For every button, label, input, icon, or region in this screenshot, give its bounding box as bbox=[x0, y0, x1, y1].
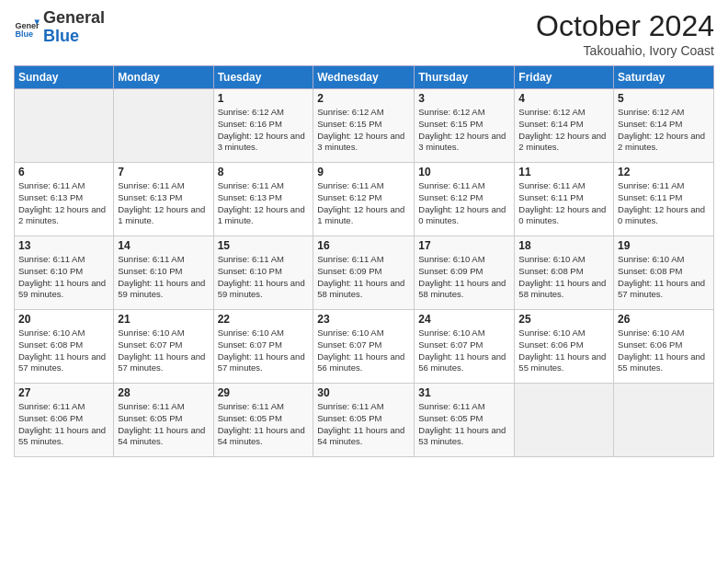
day-info: Sunrise: 6:11 AM Sunset: 6:05 PM Dayligh… bbox=[418, 401, 510, 448]
table-row: 11Sunrise: 6:11 AM Sunset: 6:11 PM Dayli… bbox=[515, 163, 614, 236]
table-row: 6Sunrise: 6:11 AM Sunset: 6:13 PM Daylig… bbox=[15, 163, 114, 236]
day-info: Sunrise: 6:10 AM Sunset: 6:08 PM Dayligh… bbox=[618, 254, 710, 301]
table-row: 28Sunrise: 6:11 AM Sunset: 6:05 PM Dayli… bbox=[114, 384, 213, 457]
day-info: Sunrise: 6:11 AM Sunset: 6:10 PM Dayligh… bbox=[118, 254, 209, 301]
logo-general: General bbox=[43, 8, 105, 27]
day-info: Sunrise: 6:11 AM Sunset: 6:05 PM Dayligh… bbox=[317, 401, 410, 448]
day-info: Sunrise: 6:11 AM Sunset: 6:05 PM Dayligh… bbox=[118, 401, 209, 448]
table-row: 27Sunrise: 6:11 AM Sunset: 6:06 PM Dayli… bbox=[15, 384, 114, 457]
day-number: 7 bbox=[118, 166, 209, 178]
table-row: 25Sunrise: 6:10 AM Sunset: 6:06 PM Dayli… bbox=[515, 310, 614, 384]
col-thursday: Thursday bbox=[415, 66, 515, 89]
table-row: 14Sunrise: 6:11 AM Sunset: 6:10 PM Dayli… bbox=[114, 236, 213, 310]
logo-icon: General Blue bbox=[14, 15, 40, 40]
day-number: 1 bbox=[218, 92, 310, 105]
day-number: 21 bbox=[118, 313, 209, 326]
day-number: 2 bbox=[317, 92, 410, 105]
day-info: Sunrise: 6:11 AM Sunset: 6:10 PM Dayligh… bbox=[218, 254, 310, 301]
col-friday: Friday bbox=[515, 66, 614, 89]
table-row: 29Sunrise: 6:11 AM Sunset: 6:05 PM Dayli… bbox=[213, 384, 313, 457]
svg-text:Blue: Blue bbox=[15, 29, 33, 39]
calendar-header-row: Sunday Monday Tuesday Wednesday Thursday… bbox=[15, 66, 714, 89]
day-number: 8 bbox=[218, 166, 310, 178]
day-info: Sunrise: 6:11 AM Sunset: 6:06 PM Dayligh… bbox=[18, 401, 109, 448]
day-info: Sunrise: 6:11 AM Sunset: 6:13 PM Dayligh… bbox=[218, 180, 310, 227]
day-info: Sunrise: 6:12 AM Sunset: 6:14 PM Dayligh… bbox=[618, 107, 710, 154]
table-row: 21Sunrise: 6:10 AM Sunset: 6:07 PM Dayli… bbox=[114, 310, 213, 384]
day-number: 10 bbox=[418, 166, 510, 178]
day-number: 23 bbox=[317, 313, 410, 326]
table-row: 31Sunrise: 6:11 AM Sunset: 6:05 PM Dayli… bbox=[415, 384, 515, 457]
day-info: Sunrise: 6:11 AM Sunset: 6:12 PM Dayligh… bbox=[418, 180, 510, 227]
table-row: 2Sunrise: 6:12 AM Sunset: 6:15 PM Daylig… bbox=[313, 89, 415, 163]
day-info: Sunrise: 6:10 AM Sunset: 6:06 PM Dayligh… bbox=[618, 327, 710, 374]
table-row: 17Sunrise: 6:10 AM Sunset: 6:09 PM Dayli… bbox=[415, 236, 515, 310]
table-row bbox=[515, 384, 614, 457]
logo-blue: Blue bbox=[43, 27, 79, 45]
day-number: 13 bbox=[18, 239, 109, 252]
page-header: General Blue General Blue October 2024 T… bbox=[14, 9, 714, 58]
logo-text: General Blue bbox=[43, 9, 105, 46]
day-number: 26 bbox=[618, 313, 710, 326]
table-row: 5Sunrise: 6:12 AM Sunset: 6:14 PM Daylig… bbox=[614, 89, 714, 163]
col-saturday: Saturday bbox=[614, 66, 714, 89]
day-number: 20 bbox=[18, 313, 109, 326]
day-info: Sunrise: 6:11 AM Sunset: 6:09 PM Dayligh… bbox=[317, 254, 410, 301]
day-number: 19 bbox=[618, 239, 710, 252]
day-info: Sunrise: 6:10 AM Sunset: 6:09 PM Dayligh… bbox=[418, 254, 510, 301]
table-row: 7Sunrise: 6:11 AM Sunset: 6:13 PM Daylig… bbox=[114, 163, 213, 236]
calendar-week-row: 20Sunrise: 6:10 AM Sunset: 6:08 PM Dayli… bbox=[15, 310, 714, 384]
col-sunday: Sunday bbox=[15, 66, 114, 89]
table-row: 18Sunrise: 6:10 AM Sunset: 6:08 PM Dayli… bbox=[515, 236, 614, 310]
day-number: 12 bbox=[618, 166, 710, 178]
table-row: 9Sunrise: 6:11 AM Sunset: 6:12 PM Daylig… bbox=[313, 163, 415, 236]
day-number: 9 bbox=[317, 166, 410, 178]
table-row: 1Sunrise: 6:12 AM Sunset: 6:16 PM Daylig… bbox=[213, 89, 313, 163]
table-row: 26Sunrise: 6:10 AM Sunset: 6:06 PM Dayli… bbox=[614, 310, 714, 384]
day-number: 24 bbox=[418, 313, 510, 326]
calendar-week-row: 6Sunrise: 6:11 AM Sunset: 6:13 PM Daylig… bbox=[15, 163, 714, 236]
calendar-week-row: 27Sunrise: 6:11 AM Sunset: 6:06 PM Dayli… bbox=[15, 384, 714, 457]
table-row: 4Sunrise: 6:12 AM Sunset: 6:14 PM Daylig… bbox=[515, 89, 614, 163]
day-number: 11 bbox=[518, 166, 609, 178]
day-info: Sunrise: 6:10 AM Sunset: 6:07 PM Dayligh… bbox=[317, 327, 410, 374]
day-number: 29 bbox=[218, 386, 310, 399]
day-info: Sunrise: 6:11 AM Sunset: 6:05 PM Dayligh… bbox=[218, 401, 310, 448]
day-number: 15 bbox=[218, 239, 310, 252]
day-info: Sunrise: 6:11 AM Sunset: 6:13 PM Dayligh… bbox=[118, 180, 209, 227]
logo: General Blue General Blue bbox=[14, 9, 105, 46]
day-info: Sunrise: 6:12 AM Sunset: 6:15 PM Dayligh… bbox=[418, 107, 510, 154]
day-info: Sunrise: 6:10 AM Sunset: 6:06 PM Dayligh… bbox=[518, 327, 609, 374]
calendar-week-row: 13Sunrise: 6:11 AM Sunset: 6:10 PM Dayli… bbox=[15, 236, 714, 310]
table-row: 8Sunrise: 6:11 AM Sunset: 6:13 PM Daylig… bbox=[213, 163, 313, 236]
day-number: 4 bbox=[518, 92, 609, 105]
location-subtitle: Takouahio, Ivory Coast bbox=[536, 43, 714, 58]
day-info: Sunrise: 6:12 AM Sunset: 6:15 PM Dayligh… bbox=[317, 107, 410, 154]
day-info: Sunrise: 6:10 AM Sunset: 6:08 PM Dayligh… bbox=[18, 327, 109, 374]
table-row: 13Sunrise: 6:11 AM Sunset: 6:10 PM Dayli… bbox=[15, 236, 114, 310]
table-row: 23Sunrise: 6:10 AM Sunset: 6:07 PM Dayli… bbox=[313, 310, 415, 384]
table-row bbox=[15, 89, 114, 163]
day-number: 25 bbox=[518, 313, 609, 326]
day-info: Sunrise: 6:10 AM Sunset: 6:07 PM Dayligh… bbox=[418, 327, 510, 374]
table-row: 3Sunrise: 6:12 AM Sunset: 6:15 PM Daylig… bbox=[415, 89, 515, 163]
day-number: 16 bbox=[317, 239, 410, 252]
day-info: Sunrise: 6:11 AM Sunset: 6:12 PM Dayligh… bbox=[317, 180, 410, 227]
day-info: Sunrise: 6:10 AM Sunset: 6:07 PM Dayligh… bbox=[218, 327, 310, 374]
day-number: 6 bbox=[18, 166, 109, 178]
col-monday: Monday bbox=[114, 66, 213, 89]
table-row: 15Sunrise: 6:11 AM Sunset: 6:10 PM Dayli… bbox=[213, 236, 313, 310]
table-row: 22Sunrise: 6:10 AM Sunset: 6:07 PM Dayli… bbox=[213, 310, 313, 384]
day-number: 30 bbox=[317, 386, 410, 399]
day-info: Sunrise: 6:10 AM Sunset: 6:08 PM Dayligh… bbox=[518, 254, 609, 301]
day-number: 31 bbox=[418, 386, 510, 399]
table-row bbox=[614, 384, 714, 457]
col-tuesday: Tuesday bbox=[213, 66, 313, 89]
day-number: 18 bbox=[518, 239, 609, 252]
day-info: Sunrise: 6:11 AM Sunset: 6:10 PM Dayligh… bbox=[18, 254, 109, 301]
table-row bbox=[114, 89, 213, 163]
calendar-week-row: 1Sunrise: 6:12 AM Sunset: 6:16 PM Daylig… bbox=[15, 89, 714, 163]
table-row: 20Sunrise: 6:10 AM Sunset: 6:08 PM Dayli… bbox=[15, 310, 114, 384]
table-row: 10Sunrise: 6:11 AM Sunset: 6:12 PM Dayli… bbox=[415, 163, 515, 236]
day-info: Sunrise: 6:11 AM Sunset: 6:13 PM Dayligh… bbox=[18, 180, 109, 227]
